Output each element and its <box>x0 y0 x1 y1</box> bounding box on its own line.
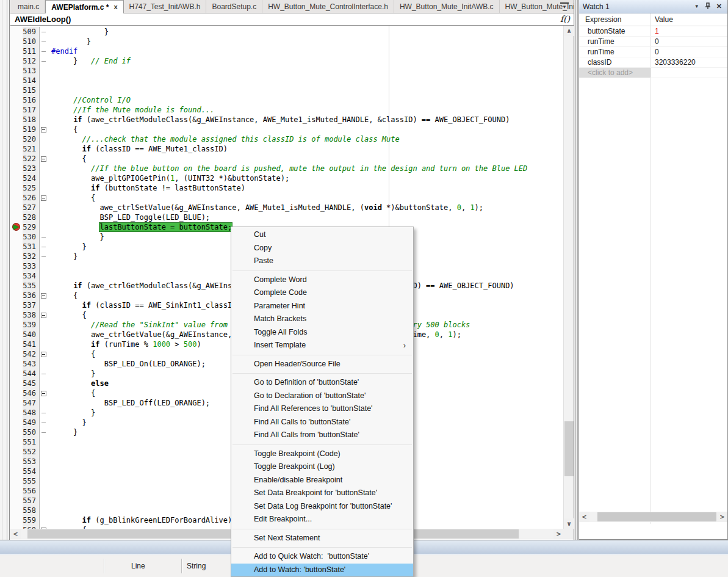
menu-item-add-to-watch-buttonstate[interactable]: Add to Watch: 'buttonState' <box>231 564 413 577</box>
code-text[interactable]: } <box>49 232 104 242</box>
code-text[interactable]: { <box>49 349 95 359</box>
menu-item-set-data-breakpoint-for-buttonstate[interactable]: Set Data Breakpoint for 'buttonState' <box>231 487 413 500</box>
code-text[interactable]: //...check that the module assigned this… <box>49 134 400 144</box>
fold-collapse-icon[interactable] <box>41 313 46 318</box>
breakpoint-margin[interactable] <box>10 418 23 427</box>
menu-item-find-all-calls-to-buttonstate[interactable]: Find All Calls to 'buttonState' <box>231 416 413 429</box>
code-line-527[interactable]: 527 awe_ctrlSetValue(&g_AWEInstance, AWE… <box>10 203 564 212</box>
breakpoint-margin[interactable] <box>10 339 23 349</box>
code-text[interactable] <box>49 66 51 76</box>
breakpoint-margin[interactable] <box>10 349 23 359</box>
breakpoint-margin[interactable] <box>10 388 23 398</box>
menu-item-paste[interactable]: Paste <box>231 255 413 268</box>
code-line-528[interactable]: 528 BSP_LED_Toggle(LED_BLUE); <box>10 212 564 222</box>
code-line-511[interactable]: 511#endif <box>10 46 564 56</box>
breakpoint-margin[interactable] <box>10 369 23 379</box>
watch-hscroll-thumb[interactable] <box>597 512 716 521</box>
code-line-510[interactable]: 510 } <box>10 37 564 46</box>
code-line-512[interactable]: 512 } // End if <box>10 56 564 66</box>
code-text[interactable] <box>49 447 51 457</box>
breakpoint-margin[interactable] <box>10 125 23 134</box>
code-text[interactable] <box>49 476 51 486</box>
breakpoint-margin[interactable] <box>10 46 23 56</box>
menu-item-toggle-all-folds[interactable]: Toggle All Folds <box>231 326 413 339</box>
menu-item-edit-breakpoint[interactable]: Edit Breakpoint... <box>231 513 413 526</box>
code-line-513[interactable]: 513 <box>10 66 564 76</box>
menu-item-complete-word[interactable]: Complete Word <box>231 274 413 287</box>
breakpoint-margin[interactable] <box>10 222 23 232</box>
code-text[interactable] <box>49 271 51 281</box>
code-text[interactable]: { <box>49 388 95 398</box>
tab-hw-button-mute-controlinterface-h[interactable]: HW_Button_Mute_ControlInterface.h <box>262 0 394 13</box>
menu-item-toggle-breakpoint-code[interactable]: Toggle Breakpoint (Code) <box>231 448 413 461</box>
breakpoint-margin[interactable] <box>10 515 23 525</box>
scroll-right-icon[interactable]: > <box>717 512 727 522</box>
fold-margin[interactable] <box>40 349 49 359</box>
code-text[interactable]: } <box>49 27 109 37</box>
code-text[interactable]: else <box>49 379 109 388</box>
code-text[interactable]: //Control I/O <box>49 95 131 105</box>
code-line-524[interactable]: 524 awe_pltGPIOGetPin(1, (UINT32 *)&butt… <box>10 173 564 183</box>
code-text[interactable] <box>49 261 51 271</box>
menu-item-set-next-statement[interactable]: Set Next Statement <box>231 532 413 545</box>
breakpoint-margin[interactable] <box>10 164 23 173</box>
watch-row[interactable]: buttonState1 <box>579 26 727 37</box>
code-line-520[interactable]: 520 //...check that the module assigned … <box>10 134 564 144</box>
breakpoint-margin[interactable] <box>10 271 23 281</box>
code-text[interactable]: #endif <box>49 46 77 56</box>
code-line-525[interactable]: 525 if (buttonState != lastButtonState) <box>10 183 564 193</box>
breakpoint-margin[interactable] <box>10 85 23 95</box>
breakpoint-margin[interactable] <box>10 486 23 496</box>
breakpoint-margin[interactable] <box>10 27 23 37</box>
breakpoint-margin[interactable] <box>10 105 23 115</box>
breakpoint-margin[interactable] <box>10 457 23 466</box>
code-text[interactable]: if (g_bBlinkGreenLEDForBoardAlive) <box>49 515 232 525</box>
pane-splitter[interactable] <box>574 0 578 540</box>
code-text[interactable] <box>49 466 51 476</box>
breakpoint-margin[interactable] <box>10 359 23 369</box>
watch-horizontal-scrollbar[interactable]: < > <box>579 512 727 522</box>
code-line-517[interactable]: 517 //If the Mute module is found... <box>10 105 564 115</box>
code-text[interactable]: if (buttonState != lastButtonState) <box>49 183 245 193</box>
tab-h747-test-initawb-h[interactable]: H747_Test_InitAWB.h <box>124 0 207 13</box>
code-text[interactable] <box>49 85 51 95</box>
scroll-up-icon[interactable]: ∧ <box>564 26 574 36</box>
code-line-519[interactable]: 519 { <box>10 125 564 134</box>
close-icon[interactable]: ✕ <box>716 3 722 10</box>
breakpoint-margin[interactable] <box>10 330 23 339</box>
column-header-expression[interactable]: Expression <box>585 15 621 24</box>
tab-boardsetup-c[interactable]: BoardSetup.c <box>206 0 262 13</box>
watch-panel-titlebar[interactable]: Watch 1 ▼ ✕ <box>579 0 727 13</box>
menu-item-cut[interactable]: Cut <box>231 228 413 242</box>
code-text[interactable]: } <box>49 37 91 46</box>
code-text[interactable]: if (classID == AWE_SinkInt1_classID) <box>49 300 241 310</box>
code-text[interactable] <box>49 486 51 496</box>
code-line-518[interactable]: 518 if (awe_ctrlGetModuleClass(&g_AWEIns… <box>10 115 564 125</box>
fold-collapse-icon[interactable] <box>41 352 46 357</box>
breakpoint-margin[interactable] <box>10 300 23 310</box>
breakpoint-margin[interactable] <box>10 398 23 408</box>
menu-item-complete-code[interactable]: Complete Code <box>231 286 413 300</box>
column-header-value[interactable]: Value <box>655 15 673 24</box>
breakpoint-margin[interactable] <box>10 476 23 486</box>
scroll-left-icon[interactable]: < <box>10 529 21 539</box>
code-text[interactable] <box>49 76 51 85</box>
code-text[interactable]: //If the Mute module is found... <box>49 105 214 115</box>
breakpoint-margin[interactable] <box>10 76 23 85</box>
fold-margin[interactable] <box>40 291 49 300</box>
code-line-526[interactable]: 526 { <box>10 193 564 203</box>
menu-item-go-to-definition-of-buttonstate[interactable]: Go to Definition of 'buttonState' <box>231 376 413 390</box>
code-text[interactable]: lastButtonState = buttonState; <box>49 222 232 232</box>
fold-margin[interactable] <box>40 310 49 320</box>
breakpoint-margin[interactable] <box>10 144 23 154</box>
breakpoint-margin[interactable] <box>10 154 23 164</box>
breakpoint-margin[interactable] <box>10 310 23 320</box>
breakpoint-margin[interactable] <box>10 193 23 203</box>
code-text[interactable]: awe_ctrlSetValue(&g_AWEInstance, AWE_Mut… <box>49 203 483 212</box>
tab-overflow-icon[interactable]: ▼ <box>560 2 569 10</box>
code-text[interactable] <box>49 437 51 447</box>
code-text[interactable]: { <box>49 291 77 300</box>
code-line-516[interactable]: 516 //Control I/O <box>10 95 564 105</box>
code-text[interactable]: if (awe_ctrlGetModuleClass(&g_AWEInstanc… <box>49 115 510 125</box>
menu-item-add-to-quick-watch-buttonstate[interactable]: Add to Quick Watch: 'buttonState' <box>231 550 413 564</box>
